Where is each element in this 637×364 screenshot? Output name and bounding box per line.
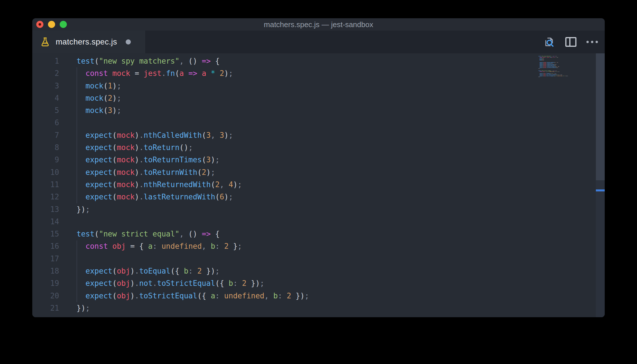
code-token [202,267,206,275]
line-number[interactable]: 10 [32,166,59,179]
code-line[interactable]: expect(obj).toStrictEqual({ a: undefined… [77,290,595,302]
line-number[interactable]: 21 [32,302,59,314]
code-token: b [184,267,189,275]
code-token: b [211,242,215,250]
code-token: expect [540,73,543,74]
split-pane-icon[interactable] [565,37,576,47]
line-number[interactable]: 19 [32,277,59,290]
code-area[interactable]: test("new spy matchers", () => { const m… [77,53,595,317]
line-number[interactable]: 3 [32,80,59,92]
code-line[interactable] [77,117,595,129]
code-token: ; [559,66,560,67]
find-in-project-icon[interactable] [543,36,555,48]
code-token: ; [544,60,544,61]
code-line[interactable]: expect(mock).toReturnTimes(3); [77,154,595,166]
code-token: ) [130,267,135,275]
code-line[interactable] [77,314,595,317]
code-line[interactable]: }); [77,203,595,216]
line-number[interactable]: 22 [32,314,59,317]
code-token: mock [117,168,135,177]
tab-matchers-spec[interactable]: matchers.spec.js [32,31,146,53]
scrollbar-track[interactable] [596,53,605,317]
line-number[interactable]: 7 [32,129,59,141]
code-line[interactable]: const mock = jest.fn(a => a * 2); [77,67,595,80]
code-token: . [135,279,139,288]
code-token: obj [117,267,130,275]
code-token: test [77,57,95,65]
code-editor[interactable]: 12345678910111213141516171819202122 test… [32,53,605,317]
code-token [144,242,148,250]
code-token [108,69,113,78]
code-line[interactable]: }); [77,302,595,314]
line-number[interactable]: 4 [32,92,59,104]
code-line[interactable]: test("new strict equal", () => { [77,228,595,240]
code-token: 2 [242,279,247,288]
minimap[interactable]: test("new spy matchers", () => { const m… [538,56,593,78]
code-line[interactable]: expect(mock).lastReturnedWith(6); [77,191,595,203]
line-number[interactable]: 13 [32,203,59,216]
code-token: ; [544,59,544,60]
code-token: 2 [197,267,202,275]
code-token: ; [556,73,557,74]
line-number[interactable]: 18 [32,265,59,277]
line-number[interactable]: 14 [32,216,59,228]
editor-window: matchers.spec.js — jest-sandbox matchers… [32,18,605,317]
code-token: ; [215,155,220,164]
line-number[interactable]: 20 [32,290,59,302]
line-number[interactable]: 2 [32,67,59,80]
code-line[interactable]: expect(mock).nthReturnedWith(2, 4); [77,179,595,191]
code-line[interactable]: expect(obj).toEqual({ b: 2 }); [77,265,595,277]
code-line[interactable]: mock(2); [77,92,595,104]
code-token [184,69,189,78]
line-number[interactable]: 17 [32,253,59,265]
line-number[interactable]: 8 [32,141,59,154]
code-token: test [538,56,541,57]
code-token: expect [540,67,543,68]
code-token: expect [540,65,543,66]
code-token: mock [544,62,546,63]
line-number[interactable]: 9 [32,154,59,166]
code-token: 2 [108,94,113,102]
code-line[interactable] [77,253,595,265]
code-token: ) [112,106,117,115]
code-token: ; [558,62,558,63]
code-token: ( [112,292,117,300]
line-number[interactable]: 11 [32,179,59,191]
window-titlebar[interactable]: matchers.spec.js — jest-sandbox [32,18,605,31]
code-token [135,242,139,250]
code-token: : [188,267,193,275]
flask-icon [40,37,50,47]
line-number[interactable]: 16 [32,240,59,252]
code-line[interactable]: const obj = { a: undefined, b: 2 }; [77,240,595,252]
code-line[interactable]: expect(mock).toReturnWith(2); [77,166,595,179]
line-number-gutter[interactable]: 12345678910111213141516171819202122 [32,53,59,317]
line-number[interactable]: 1 [32,55,59,67]
line-number[interactable]: 6 [32,117,59,129]
line-number[interactable]: 5 [32,104,59,117]
code-line[interactable]: mock(1); [77,80,595,92]
code-token: mock [117,180,135,189]
code-line[interactable]: mock(3); [77,104,595,117]
code-token: { [215,230,220,238]
code-token: expect [540,64,543,65]
code-token: ; [229,131,233,139]
line-number[interactable]: 15 [32,228,59,240]
code-token: ) [206,168,211,177]
line-number[interactable]: 12 [32,191,59,203]
scrollbar-thumb[interactable] [596,53,605,180]
code-token [211,230,215,238]
code-token: obj [112,242,126,250]
code-token: mock [112,69,130,78]
code-line[interactable]: expect(mock).nthCalledWith(3, 3); [77,129,595,141]
more-ellipsis-icon[interactable] [586,41,598,43]
code-token: . [139,143,144,152]
code-line[interactable] [77,216,595,228]
code-line[interactable]: test("new spy matchers", () => { [77,55,595,67]
code-token: }) [206,267,215,275]
code-token [77,292,85,300]
code-line[interactable]: expect(mock).toReturn(); [77,141,595,154]
code-line[interactable]: expect(obj).not.toStrictEqual({ b: 2 }); [77,277,595,290]
indent-guide [77,67,77,203]
code-token [197,230,202,238]
code-token [184,57,189,65]
